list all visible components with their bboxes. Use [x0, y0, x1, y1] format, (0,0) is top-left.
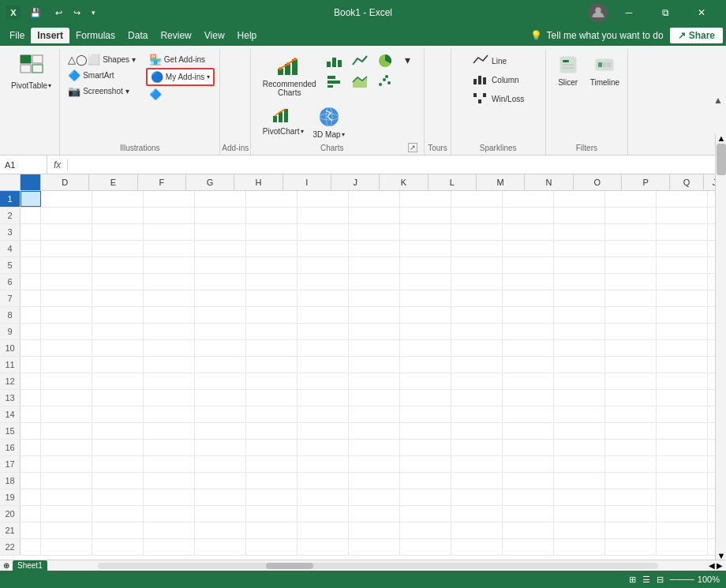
- grid-cell[interactable]: [246, 473, 298, 489]
- grid-cell[interactable]: [554, 406, 605, 422]
- grid-cell[interactable]: [451, 473, 503, 489]
- grid-cell[interactable]: [195, 539, 246, 555]
- area-chart-button[interactable]: [348, 73, 372, 92]
- grid-cell[interactable]: [21, 489, 41, 505]
- grid-cell[interactable]: [298, 324, 349, 339]
- grid-cell[interactable]: [21, 440, 41, 455]
- name-box[interactable]: A1: [0, 155, 47, 174]
- grid-cell[interactable]: [21, 290, 41, 306]
- row-number[interactable]: 14: [0, 406, 21, 422]
- grid-cell[interactable]: [657, 473, 708, 489]
- grid-cell[interactable]: [657, 489, 708, 505]
- col-header-m[interactable]: M: [477, 174, 525, 190]
- smartart-button[interactable]: 🔷 SmartArt: [65, 68, 139, 83]
- grid-cell[interactable]: [503, 440, 554, 455]
- save-button[interactable]: 💾: [25, 5, 46, 21]
- minimize-button[interactable]: ─: [611, 0, 647, 25]
- row-number[interactable]: 11: [0, 357, 21, 373]
- grid-cell[interactable]: [246, 522, 298, 538]
- grid-cell[interactable]: [400, 373, 451, 389]
- grid-cell[interactable]: [41, 208, 92, 223]
- vertical-scrollbar[interactable]: ▲ ▼: [715, 134, 726, 560]
- grid-cell[interactable]: [41, 390, 92, 406]
- grid-cell[interactable]: [92, 423, 144, 439]
- grid-cell[interactable]: [195, 506, 246, 522]
- grid-cell[interactable]: [605, 340, 657, 356]
- grid-cell[interactable]: [554, 390, 605, 406]
- grid-cell[interactable]: [400, 191, 451, 207]
- row-number[interactable]: 18: [0, 473, 21, 489]
- grid-cell[interactable]: [21, 274, 41, 290]
- grid-cell[interactable]: [41, 506, 92, 522]
- col-header-f[interactable]: F: [138, 174, 186, 190]
- grid-cell[interactable]: [298, 290, 349, 306]
- menu-file[interactable]: File: [3, 28, 31, 43]
- grid-cell[interactable]: [92, 257, 144, 273]
- grid-cell[interactable]: [605, 191, 657, 207]
- col-header-n[interactable]: N: [525, 174, 573, 190]
- grid-cell[interactable]: [92, 489, 144, 505]
- col-header-g[interactable]: G: [186, 174, 234, 190]
- grid-cell[interactable]: [605, 440, 657, 455]
- column-chart-button[interactable]: [323, 52, 346, 71]
- h-scrollbar-track[interactable]: [98, 563, 658, 569]
- grid-cell[interactable]: [144, 257, 195, 273]
- col-header-j[interactable]: J: [331, 174, 380, 190]
- menu-view[interactable]: View: [198, 28, 231, 43]
- grid-cell[interactable]: [298, 340, 349, 356]
- grid-cell[interactable]: [605, 241, 657, 257]
- scroll-down-button[interactable]: ▼: [716, 552, 726, 560]
- redo-button[interactable]: ↪: [69, 5, 85, 21]
- menu-help[interactable]: Help: [231, 28, 264, 43]
- grid-cell[interactable]: [92, 440, 144, 455]
- grid-cell[interactable]: [41, 423, 92, 439]
- grid-cell[interactable]: [605, 390, 657, 406]
- grid-cell[interactable]: [144, 357, 195, 373]
- grid-cell[interactable]: [503, 357, 554, 373]
- shapes-button[interactable]: △◯⬜ Shapes ▾: [65, 52, 139, 67]
- grid-cell[interactable]: [195, 191, 246, 207]
- grid-cell[interactable]: [554, 241, 605, 257]
- grid-cell[interactable]: [246, 307, 298, 323]
- grid-cell[interactable]: [657, 506, 708, 522]
- grid-cell[interactable]: [349, 357, 400, 373]
- grid-cell[interactable]: [195, 522, 246, 538]
- grid-cell[interactable]: [298, 539, 349, 555]
- grid-cell[interactable]: [605, 489, 657, 505]
- grid-cell[interactable]: [41, 307, 92, 323]
- grid-cell[interactable]: [451, 241, 503, 257]
- grid-cell[interactable]: [92, 208, 144, 223]
- grid-cell[interactable]: [605, 522, 657, 538]
- grid-cell[interactable]: [349, 390, 400, 406]
- grid-cell[interactable]: [195, 224, 246, 240]
- grid-cell[interactable]: [246, 373, 298, 389]
- restore-button[interactable]: ⧉: [647, 0, 683, 25]
- grid-cell[interactable]: [92, 307, 144, 323]
- grid-cell[interactable]: [298, 489, 349, 505]
- recommended-charts-button[interactable]: RecommendedCharts: [260, 52, 320, 99]
- grid-cell[interactable]: [41, 274, 92, 290]
- grid-cell[interactable]: [195, 456, 246, 472]
- grid-cell[interactable]: [195, 274, 246, 290]
- grid-cell[interactable]: [503, 423, 554, 439]
- grid-cell[interactable]: [503, 208, 554, 223]
- grid-cell[interactable]: [41, 340, 92, 356]
- grid-cell[interactable]: [144, 290, 195, 306]
- grid-cell[interactable]: [400, 357, 451, 373]
- scroll-right-button[interactable]: ▶: [717, 561, 723, 570]
- grid-cell[interactable]: [349, 522, 400, 538]
- grid-cell[interactable]: [605, 257, 657, 273]
- grid-cell[interactable]: [144, 241, 195, 257]
- grid-cell[interactable]: [503, 340, 554, 356]
- col-header-e[interactable]: E: [89, 174, 137, 190]
- row-number[interactable]: 1: [0, 191, 21, 207]
- grid-cell[interactable]: [21, 340, 41, 356]
- new-sheet-button[interactable]: ⊕: [3, 561, 9, 570]
- grid-cell[interactable]: [605, 324, 657, 339]
- grid-cell[interactable]: [246, 290, 298, 306]
- grid-cell[interactable]: [298, 373, 349, 389]
- share-button[interactable]: ↗ Share: [670, 28, 723, 43]
- grid-cell[interactable]: [92, 506, 144, 522]
- grid-cell[interactable]: [503, 224, 554, 240]
- grid-cell[interactable]: [657, 290, 708, 306]
